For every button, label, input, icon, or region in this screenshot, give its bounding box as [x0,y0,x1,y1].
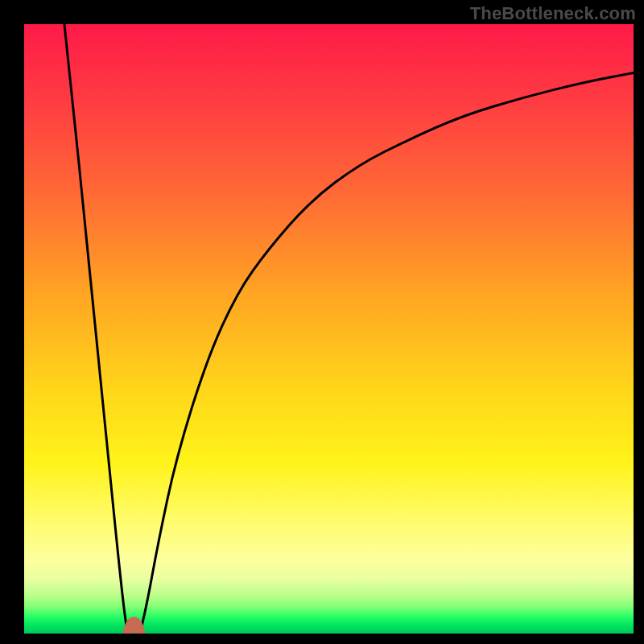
notch-marker [128,622,140,634]
bottleneck-curve [24,24,634,634]
chart-frame: TheBottleneck.com [0,0,644,644]
curve-right-branch [140,73,634,634]
attribution-text: TheBottleneck.com [470,3,636,24]
plot-area [24,24,634,634]
curve-left-branch [64,24,128,634]
